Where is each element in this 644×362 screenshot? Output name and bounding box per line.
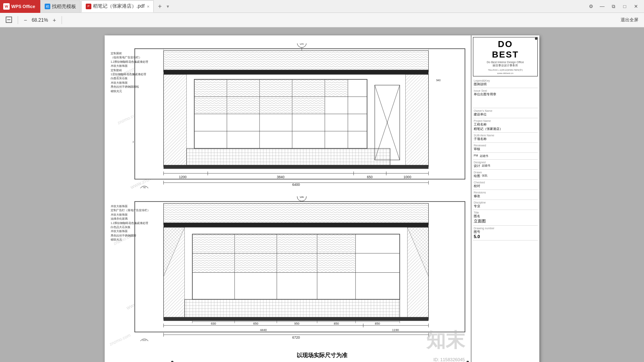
minimize-button[interactable]: — xyxy=(597,2,607,11)
svg-rect-77 xyxy=(277,234,317,253)
svg-rect-79 xyxy=(193,254,234,272)
logo-text: DO BEST xyxy=(475,39,536,60)
wps-label: WPS Office xyxy=(11,4,35,9)
top-left-annotations: 定制展柜 （临街落地广告宣传栏） 1.2厚钛钢咖啡花色氟碳漆处理 木纹大板饰面 … xyxy=(111,51,148,93)
drawing-title-value: 立面图 xyxy=(474,218,537,224)
drawn-section: Drawn 绘图 张凯 xyxy=(473,170,538,180)
checked-section: Checked 校对 xyxy=(473,180,538,190)
sub-item-en: SUB-Item Name xyxy=(474,134,537,137)
designed-name: 赵建伟 xyxy=(482,164,490,168)
checked-en: Checked xyxy=(474,181,537,184)
svg-rect-80 xyxy=(235,254,277,272)
reviewed-zh: 审核 xyxy=(474,147,537,151)
add-tab-button[interactable]: + xyxy=(155,3,165,10)
discipline-zh: 专业 xyxy=(474,204,537,208)
issue-seal-zh: 单位出图专用章 xyxy=(474,92,537,97)
svg-text:1200: 1200 xyxy=(179,175,186,179)
pm-section: PM 赵建伟 xyxy=(473,153,538,160)
reviewed-section: Reviewed 审核 xyxy=(473,143,538,153)
window-controls: ⚙ — ⧉ □ ✕ xyxy=(583,0,644,13)
reviewed-en: Reviewed xyxy=(474,144,537,147)
logo-do: DO xyxy=(475,39,536,49)
project-name-section: Project Name 工程名称 稻笔记（张家港店） xyxy=(473,118,538,133)
svg-rect-23 xyxy=(293,80,324,96)
issue-seal-en: Issue Seal xyxy=(474,89,537,92)
sub-item-zh: 子项名称 xyxy=(474,137,537,141)
checked-zh: 校对 xyxy=(474,184,537,188)
pm-name: 赵建伟 xyxy=(480,154,488,158)
toolbar-separator-2 xyxy=(62,16,62,24)
sub-item-section: SUB-Item Name 子项名称 xyxy=(473,133,538,143)
fit-icon xyxy=(6,16,12,23)
drawing-number-section: Drawing number 图号 5.0 xyxy=(473,226,538,241)
drawings-container: 1200 3840 650 1000 6400 04 xyxy=(109,39,467,361)
fit-width-button[interactable] xyxy=(3,15,14,25)
svg-text:650: 650 xyxy=(367,175,373,179)
svg-rect-25 xyxy=(195,97,227,113)
legend-section: Legend&Key 图例说明 xyxy=(473,78,538,88)
pdf-tab-label: 稻笔记（张家港店）.pdf xyxy=(93,3,144,10)
logo-area: DO BEST Do Best Interior Design Office 丽… xyxy=(473,37,538,76)
svg-text:4440: 4440 xyxy=(260,328,267,332)
svg-text:010: 010 xyxy=(142,339,147,341)
wps-logo-button[interactable]: W WPS Office xyxy=(0,0,40,13)
drawn-name: 张凯 xyxy=(482,174,487,178)
top-drawing-wrapper: 1200 3840 650 1000 6400 04 xyxy=(133,43,467,188)
designed-en: Designed xyxy=(474,161,537,164)
maximize-button[interactable]: □ xyxy=(620,2,630,11)
drawn-zh: 绘图 xyxy=(474,174,480,178)
svg-text:04: 04 xyxy=(300,43,304,45)
svg-text:650: 650 xyxy=(253,322,258,325)
settings-button[interactable]: ⚙ xyxy=(586,2,596,11)
tab-bar: 稻 找稻壳模板 P 稻笔记（张家港店）.pdf × + ▾ xyxy=(40,0,583,13)
project-name-en: Project Name xyxy=(474,119,537,122)
issue-seal-section: Issue Seal 单位出图专用章 xyxy=(473,88,538,108)
revisions-section: Revisions 修改 xyxy=(473,190,538,200)
svg-rect-32 xyxy=(187,148,390,166)
svg-rect-83 xyxy=(185,299,400,318)
drawing-number-en: Drawing number xyxy=(474,227,537,230)
svg-rect-81 xyxy=(277,254,317,272)
revisions-en: Revisions xyxy=(474,191,537,194)
drawing-title-section: Title 图名 立面图 xyxy=(473,210,538,226)
logo-subtitle-zh: 丽目事业设计事务所 xyxy=(475,64,536,68)
restore-button[interactable]: ⧉ xyxy=(609,2,618,11)
zoom-in-button[interactable]: + xyxy=(50,16,58,24)
legend-en: Legend&Key xyxy=(474,79,537,82)
exit-fullscreen-button[interactable]: 退出全屏 xyxy=(618,16,641,24)
zoom-out-button[interactable]: − xyxy=(21,16,29,24)
id-watermark: ID: 1158326045 xyxy=(433,357,465,362)
svg-rect-9 xyxy=(163,74,186,167)
legend-zh: 图例说明 xyxy=(474,82,537,86)
owner-zh: 建设单位 xyxy=(474,112,537,117)
pm-row: PM 赵建伟 xyxy=(474,154,537,158)
tab-template[interactable]: 稻 找稻壳模板 xyxy=(40,0,80,12)
svg-rect-27 xyxy=(260,97,292,113)
designed-section: Designed 设计 赵建伟 xyxy=(473,160,538,170)
zoom-value: 68.21% xyxy=(30,17,50,23)
toolbar-separator-1 xyxy=(18,16,18,24)
drawing-number-zh: 图号 xyxy=(474,230,537,234)
svg-text:6400: 6400 xyxy=(292,183,300,187)
title-bar: W WPS Office 稻 找稻壳模板 P 稻笔记（张家港店）.pdf × +… xyxy=(0,0,644,13)
svg-rect-82 xyxy=(318,254,355,272)
close-button[interactable]: ✕ xyxy=(631,2,641,11)
svg-rect-84 xyxy=(163,317,428,321)
svg-rect-78 xyxy=(318,234,355,253)
designed-row: 设计 赵建伟 xyxy=(474,164,537,168)
tab-menu-button[interactable]: ▾ xyxy=(165,4,171,9)
project-name-zh: 工程名称 xyxy=(474,122,537,127)
svg-rect-20 xyxy=(195,80,227,96)
tab-pdf[interactable]: P 稻笔记（张家港店）.pdf × xyxy=(81,0,154,12)
owner-section: Owner's Name 建设单位 xyxy=(473,108,538,118)
tab-close-button[interactable]: × xyxy=(147,4,149,9)
bottom-elevation-svg: 630 650 950 850 850 4440 1190 6720 SCALE… xyxy=(133,196,467,341)
pdf-tab-icon: P xyxy=(86,4,91,9)
logo-web: www.dobest.cn xyxy=(475,72,536,74)
pdf-page: www.znzmo.com znzmo.com www.znzmo.com zn… xyxy=(105,35,539,362)
template-tab-icon: 稻 xyxy=(45,4,50,9)
template-tab-label: 找稻壳模板 xyxy=(52,3,76,10)
project-name-value: 稻笔记（张家港店） xyxy=(474,127,537,131)
svg-rect-10 xyxy=(405,74,428,167)
svg-text:黑色拉丝不锈钢踢脚: 黑色拉丝不锈钢踢脚 xyxy=(133,141,134,143)
